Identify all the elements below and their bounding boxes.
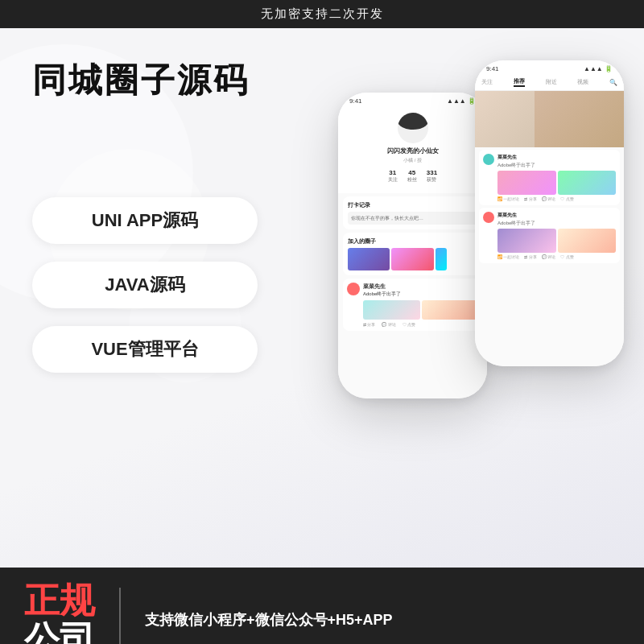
profile-avatar xyxy=(398,113,428,143)
phone-left-statusbar: 9:41 ▲▲▲ 🔋 xyxy=(338,93,487,106)
circle-img-3 xyxy=(436,248,447,270)
circle-images xyxy=(348,248,477,270)
pills-container: UNI APP源码 JAVA源码 VUE管理平台 xyxy=(32,197,258,373)
post-actions: ⇄ 分享 💬 评论 ♡ 点赞 xyxy=(363,322,478,327)
feed-desc-2: Adobe终于出手了 xyxy=(497,220,616,227)
tab-nearby[interactable]: 附近 xyxy=(546,78,557,86)
phone-right-statusbar: 9:41 ▲▲▲ 🔋 xyxy=(475,60,624,74)
header-img-right xyxy=(542,91,624,147)
feed-desc-1: Adobe终于出手了 xyxy=(497,162,616,169)
header-img-left xyxy=(475,91,542,147)
avatar-face xyxy=(398,113,428,143)
join-title: 加入的圈子 xyxy=(348,237,477,246)
feed-img-1b xyxy=(558,171,617,195)
post-section: 打卡记录 你现在不在乎的事，快长大点吧… xyxy=(343,196,482,229)
feed-imgs-2 xyxy=(497,229,616,253)
feed-avatar-2 xyxy=(483,212,494,223)
feed-actions-2: 🔁 一起讨论 ⇄ 分享 💬 评论 ♡ 点赞 xyxy=(497,254,616,259)
profile-stats: 31 关注 45 粉丝 331 获赞 xyxy=(346,166,479,187)
post-item-name: 菜菜先生 xyxy=(363,283,478,291)
top-banner-text: 无加密支持二次开发 xyxy=(261,6,384,20)
phone-right-content: 9:41 ▲▲▲ 🔋 关注 推荐 附近 视频 🔍 xyxy=(475,60,624,366)
pill-java: JAVA源码 xyxy=(32,262,258,308)
search-icon[interactable]: 🔍 xyxy=(609,79,617,86)
post-item-text: 菜菜先生 Adobe终于出手了 ⇄ 分享 💬 评论 ♡ 点赞 xyxy=(363,283,478,327)
feed-avatar-1 xyxy=(483,154,494,165)
post-item-avatar xyxy=(347,283,360,295)
feed-img-2b xyxy=(558,229,617,253)
profile-header: 闪闪发亮的小仙女 小橘 / 授 31 关注 45 粉丝 331 xyxy=(338,106,487,193)
post-img-2 xyxy=(422,300,479,320)
phones-container: 9:41 ▲▲▲ 🔋 闪闪发亮的小仙女 小橘 / 授 31 关注 xyxy=(322,44,636,543)
pill-uniapp: UNI APP源码 xyxy=(32,197,258,244)
feed-card-1: 菜菜先生 Adobe终于出手了 🔁 一起讨论 ⇄ 分享 💬 评论 ♡ 点赞 xyxy=(479,150,620,205)
tab-follow[interactable]: 关注 xyxy=(481,78,493,86)
feed-actions-1: 🔁 一起讨论 ⇄ 分享 💬 评论 ♡ 点赞 xyxy=(497,196,616,201)
bottom-title-line1: 正规 xyxy=(24,580,95,620)
bottom-title: 正规 公司 xyxy=(24,581,95,644)
circle-img-1 xyxy=(348,248,390,270)
bottom-title-line2: 公司 xyxy=(24,619,95,644)
feed-content-2: 菜菜先生 Adobe终于出手了 🔁 一起讨论 ⇄ 分享 💬 评论 ♡ 点赞 xyxy=(497,212,616,259)
stat-fans: 45 粉丝 xyxy=(407,169,417,184)
post-img-1 xyxy=(363,300,420,320)
feed-name-1: 菜菜先生 xyxy=(497,154,616,161)
feed-header-image xyxy=(475,91,624,147)
main-title: 同城圈子源码 xyxy=(32,60,250,101)
feed-img-1a xyxy=(497,171,556,195)
support-text: 支持微信小程序+微信公众号+H5+APP xyxy=(145,607,620,633)
phone-left-content: 9:41 ▲▲▲ 🔋 闪闪发亮的小仙女 小橘 / 授 31 关注 xyxy=(338,93,487,398)
bottom-section: 正规 公司 支持微信小程序+微信公众号+H5+APP xyxy=(0,568,644,644)
post-item-images xyxy=(363,300,478,320)
feed-img-2a xyxy=(497,229,556,253)
phone-left: 9:41 ▲▲▲ 🔋 闪闪发亮的小仙女 小橘 / 授 31 关注 xyxy=(338,93,487,398)
feed-tabs: 关注 推荐 附近 视频 🔍 xyxy=(475,74,624,91)
pill-vue: VUE管理平台 xyxy=(32,326,258,373)
join-section: 加入的圈子 xyxy=(343,233,482,275)
top-banner: 无加密支持二次开发 xyxy=(0,0,644,28)
main-area: 同城圈子源码 UNI APP源码 JAVA源码 VUE管理平台 9:41 ▲▲▲… xyxy=(0,28,644,568)
divider-line xyxy=(119,588,121,644)
feed-imgs-1 xyxy=(497,171,616,195)
post-item: 菜菜先生 Adobe终于出手了 ⇄ 分享 💬 评论 ♡ 点赞 xyxy=(343,279,482,331)
feed-content-1: 菜菜先生 Adobe终于出手了 🔁 一起讨论 ⇄ 分享 💬 评论 ♡ 点赞 xyxy=(497,154,616,201)
profile-desc: 小橘 / 授 xyxy=(346,157,479,164)
section-title: 打卡记录 xyxy=(348,201,477,209)
tab-recommend[interactable]: 推荐 xyxy=(514,77,525,87)
phone-right: 9:41 ▲▲▲ 🔋 关注 推荐 附近 视频 🔍 xyxy=(475,60,624,366)
post-item-desc: Adobe终于出手了 xyxy=(363,291,478,298)
bottom-left: 正规 公司 xyxy=(24,581,95,644)
bottom-right: 支持微信小程序+微信公众号+H5+APP xyxy=(145,607,620,633)
post-preview: 你现在不在乎的事，快长大点吧… xyxy=(348,212,477,225)
circle-img-2 xyxy=(391,248,433,270)
profile-name: 闪闪发亮的小仙女 xyxy=(346,147,479,155)
feed-name-2: 菜菜先生 xyxy=(497,212,616,219)
feed-card-2: 菜菜先生 Adobe终于出手了 🔁 一起讨论 ⇄ 分享 💬 评论 ♡ 点赞 xyxy=(479,208,620,263)
tab-video[interactable]: 视频 xyxy=(577,78,588,86)
stat-follow: 31 关注 xyxy=(388,169,398,184)
stat-likes: 331 获赞 xyxy=(427,169,437,184)
